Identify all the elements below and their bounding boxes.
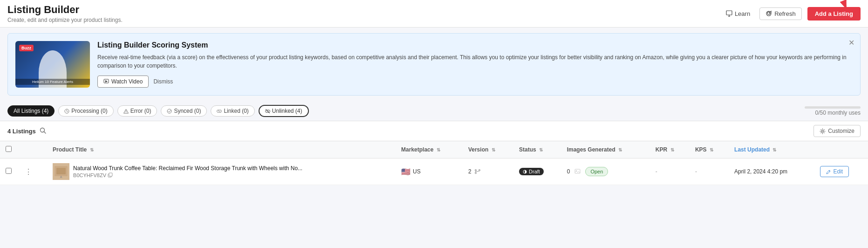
table-row: ⋮ A Natural Wood Trun bbox=[0, 158, 868, 185]
row-select-checkbox[interactable] bbox=[6, 168, 12, 174]
select-all-checkbox[interactable] bbox=[6, 146, 12, 152]
usage-bar bbox=[805, 106, 861, 109]
svg-text:A: A bbox=[60, 175, 62, 179]
table-header-bar: 4 Listings Customize bbox=[0, 121, 868, 141]
filter-tab-error[interactable]: Error (0) bbox=[117, 105, 157, 117]
check-circle-icon bbox=[167, 109, 172, 114]
clock-icon bbox=[64, 109, 69, 114]
row-kpr: - bbox=[650, 158, 690, 185]
header-version[interactable]: Version ⇅ bbox=[463, 141, 513, 158]
unlink-icon bbox=[265, 109, 270, 114]
settings-icon bbox=[820, 128, 826, 134]
row-status: Draft bbox=[513, 158, 561, 185]
us-flag: 🇺🇸 bbox=[401, 167, 410, 176]
header-last-updated[interactable]: Last Updated ⇅ bbox=[729, 141, 814, 158]
add-listing-button[interactable]: Add a Listing bbox=[807, 7, 861, 21]
svg-rect-27 bbox=[575, 169, 580, 173]
page-subtitle: Create, edit and optimize your product l… bbox=[7, 17, 123, 23]
banner-close-button[interactable]: ✕ bbox=[848, 38, 854, 47]
banner-content: Listing Builder Scoring System Receive r… bbox=[97, 41, 853, 88]
product-info: Natural Wood Trunk Coffee Table: Reclaim… bbox=[73, 165, 302, 178]
filter-tabs: All Listings (4) Processing (0) Error (0… bbox=[7, 105, 309, 117]
product-cell: A Natural Wood Trunk Coffee Table: Recla… bbox=[53, 163, 390, 180]
copy-icon[interactable] bbox=[108, 172, 113, 178]
search-button[interactable] bbox=[40, 127, 46, 135]
header-product-title[interactable]: Product Title ⇅ bbox=[47, 141, 396, 158]
sort-arrows-kps: ⇅ bbox=[710, 147, 713, 152]
row-dots: ⋮ bbox=[17, 158, 47, 185]
row-menu-button[interactable]: ⋮ bbox=[23, 167, 34, 176]
usage-info: 0/50 monthly uses bbox=[805, 106, 861, 116]
svg-line-8 bbox=[67, 111, 68, 112]
row-edit: Edit bbox=[814, 158, 868, 185]
flag-cell: 🇺🇸 US bbox=[401, 167, 457, 176]
banner-thumbnail: Buzz Helium 10 Feature Alerts bbox=[15, 41, 90, 88]
svg-point-23 bbox=[475, 170, 476, 171]
refresh-button[interactable]: Refresh bbox=[759, 7, 802, 20]
header-checkbox-col bbox=[0, 141, 17, 158]
listings-table: Product Title ⇅ Marketplace ⇅ Version ⇅ … bbox=[0, 141, 868, 185]
header-status[interactable]: Status ⇅ bbox=[513, 141, 561, 158]
monitor-icon bbox=[726, 10, 732, 17]
edit-button[interactable]: Edit bbox=[820, 166, 849, 177]
svg-point-25 bbox=[478, 170, 480, 171]
listing-count: 4 Listings bbox=[7, 127, 46, 135]
title-section: Listing Builder Create, edit and optimiz… bbox=[7, 4, 123, 23]
search-icon bbox=[40, 127, 46, 134]
header-actions-col bbox=[814, 141, 868, 158]
top-header: Listing Builder Create, edit and optimiz… bbox=[0, 0, 868, 28]
dismiss-button[interactable]: Dismiss bbox=[153, 78, 173, 85]
svg-point-24 bbox=[475, 172, 476, 174]
sort-arrows-last-updated: ⇅ bbox=[772, 147, 776, 152]
svg-marker-5 bbox=[105, 80, 108, 83]
sort-arrows-status: ⇅ bbox=[539, 147, 543, 152]
svg-point-11 bbox=[126, 112, 126, 113]
header-marketplace[interactable]: Marketplace ⇅ bbox=[396, 141, 463, 158]
banner-description: Receive real-time feedback (via a score)… bbox=[97, 53, 853, 70]
table-header-row: Product Title ⇅ Marketplace ⇅ Version ⇅ … bbox=[0, 141, 868, 158]
svg-point-16 bbox=[822, 130, 824, 132]
filter-tab-unlinked[interactable]: Unlinked (4) bbox=[259, 105, 309, 117]
filter-tab-all[interactable]: All Listings (4) bbox=[7, 105, 55, 117]
svg-rect-22 bbox=[109, 173, 112, 176]
header-kpr[interactable]: KPR ⇅ bbox=[650, 141, 690, 158]
sort-arrows-version: ⇅ bbox=[492, 147, 495, 152]
scoring-banner: Buzz Helium 10 Feature Alerts Listing Bu… bbox=[7, 33, 861, 96]
image-icon bbox=[574, 169, 581, 175]
row-checkbox[interactable] bbox=[0, 158, 17, 185]
warning-icon bbox=[123, 109, 129, 114]
banner-actions: Watch Video Dismiss bbox=[97, 76, 853, 88]
filter-tab-processing[interactable]: Processing (0) bbox=[58, 105, 113, 117]
play-icon bbox=[103, 79, 109, 84]
edit-icon bbox=[826, 169, 831, 174]
sort-arrows-images: ⇅ bbox=[618, 147, 622, 152]
draft-badge: Draft bbox=[519, 168, 544, 175]
arrow-container: Add a Listing bbox=[807, 7, 861, 21]
sort-arrows-product: ⇅ bbox=[90, 147, 94, 152]
filter-tab-linked[interactable]: Linked (0) bbox=[211, 105, 254, 117]
link-icon bbox=[217, 109, 222, 114]
filter-bar: All Listings (4) Processing (0) Error (0… bbox=[0, 101, 868, 121]
product-asin: B0CYHFV8ZV bbox=[73, 172, 302, 178]
row-images: 0 Open bbox=[561, 158, 650, 185]
table-container: Product Title ⇅ Marketplace ⇅ Version ⇅ … bbox=[0, 141, 868, 185]
row-version: 2 bbox=[463, 158, 513, 185]
sort-arrows-kpr: ⇅ bbox=[670, 147, 674, 152]
svg-rect-0 bbox=[726, 11, 732, 15]
feature-label: Helium 10 Feature Alerts bbox=[15, 79, 90, 85]
buzz-badge: Buzz bbox=[19, 45, 34, 51]
row-last-updated: April 2, 2024 4:20 pm bbox=[729, 158, 814, 185]
sort-arrows-marketplace: ⇅ bbox=[437, 147, 440, 152]
row-kps: - bbox=[690, 158, 729, 185]
svg-line-15 bbox=[44, 131, 46, 133]
page-title: Listing Builder bbox=[7, 4, 123, 16]
header-images[interactable]: Images Generated ⇅ bbox=[561, 141, 650, 158]
header-kps[interactable]: KPS ⇅ bbox=[690, 141, 729, 158]
refresh-icon bbox=[765, 10, 772, 17]
open-badge[interactable]: Open bbox=[585, 167, 608, 176]
watch-video-button[interactable]: Watch Video bbox=[97, 76, 149, 88]
filter-tab-synced[interactable]: Synced (0) bbox=[161, 105, 207, 117]
product-image-placeholder: A bbox=[53, 163, 69, 180]
learn-button[interactable]: Learn bbox=[722, 8, 754, 20]
customize-button[interactable]: Customize bbox=[813, 125, 861, 137]
